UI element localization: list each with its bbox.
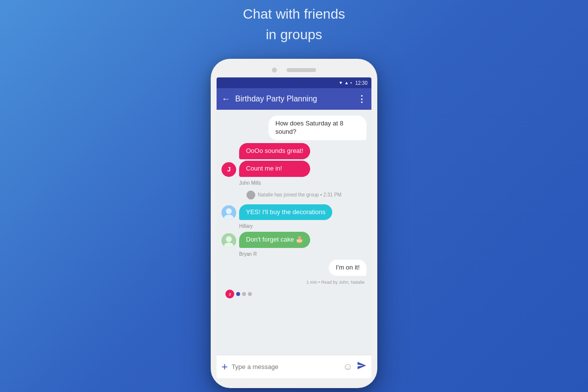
message-bubble: Count me in!	[239, 161, 310, 177]
avatar	[221, 205, 236, 220]
page-title-line2: in groups	[243, 24, 345, 45]
page-heading: Chat with friends in groups	[243, 4, 345, 45]
message-row: Don't forget cake 🎂	[221, 232, 367, 248]
join-avatar	[246, 191, 255, 199]
phone-screen: ▼ ▲ ▪ 12:30 ← Birthday Party Planning ⋮ …	[217, 77, 371, 378]
sender-name: Bryan R	[239, 251, 367, 257]
status-time: 12:30	[355, 80, 368, 86]
typing-dot	[236, 292, 240, 296]
sender-name: John Mills	[239, 180, 367, 186]
stacked-messages: YES! I'll buy the decorations	[239, 204, 332, 220]
message-bubble: I'm on it!	[329, 260, 367, 276]
message-text: OoOo sounds great!	[246, 147, 303, 154]
avatar	[221, 233, 236, 248]
typing-indicator: J	[221, 288, 367, 300]
add-button[interactable]: +	[221, 361, 228, 373]
join-notice: Natalie has joined the group • 2:31 PM	[221, 189, 367, 201]
message-text: YES! I'll buy the decorations	[246, 208, 325, 216]
message-text: I'm on it!	[336, 264, 360, 271]
svg-point-1	[248, 196, 254, 199]
message-bubble: YES! I'll buy the decorations	[239, 204, 332, 220]
message-row: YES! I'll buy the decorations	[221, 204, 367, 220]
typing-avatar: J	[225, 290, 234, 298]
battery-icon: ▪	[350, 80, 352, 85]
sender-name: Hillary	[239, 223, 367, 229]
svg-point-6	[226, 236, 232, 242]
phone-camera	[272, 68, 277, 73]
chat-title: Birthday Party Planning	[235, 95, 352, 103]
svg-point-3	[226, 208, 232, 214]
status-bar: ▼ ▲ ▪ 12:30	[217, 77, 371, 88]
wifi-icon: ▼	[339, 80, 343, 85]
read-receipt: 1 min • Read by John, Natalie	[221, 280, 365, 285]
typing-dot	[248, 292, 252, 296]
message-text: Count me in!	[246, 165, 282, 172]
message-bubble: Don't forget cake 🎂	[239, 232, 310, 248]
message-text: How does Saturday at 8 sound?	[275, 120, 343, 135]
svg-point-0	[249, 192, 253, 196]
status-icons: ▼ ▲ ▪	[339, 80, 352, 85]
message-row: J OoOo sounds great! Count me in!	[221, 143, 367, 177]
stacked-messages: OoOo sounds great! Count me in!	[239, 143, 310, 177]
messages-area: How does Saturday at 8 sound? J OoOo sou…	[217, 110, 371, 355]
message-text: Don't forget cake 🎂	[246, 236, 303, 243]
message-bubble: OoOo sounds great!	[239, 143, 310, 159]
message-input[interactable]	[232, 363, 339, 370]
send-button[interactable]	[357, 361, 367, 373]
message-row: I'm on it!	[221, 260, 367, 276]
typing-dot	[242, 292, 246, 296]
back-button[interactable]: ←	[221, 94, 230, 104]
stacked-messages: Don't forget cake 🎂	[239, 232, 310, 248]
input-bar: + ☺	[217, 355, 371, 378]
page-title-line1: Chat with friends	[243, 4, 345, 24]
app-bar: ← Birthday Party Planning ⋮	[217, 88, 371, 110]
phone-hardware-top	[217, 68, 371, 73]
message-row: How does Saturday at 8 sound?	[221, 116, 367, 140]
phone-speaker	[287, 68, 316, 72]
emoji-button[interactable]: ☺	[343, 361, 353, 372]
avatar: J	[221, 162, 236, 177]
phone-mockup: ▼ ▲ ▪ 12:30 ← Birthday Party Planning ⋮ …	[211, 59, 377, 388]
signal-icon: ▲	[344, 80, 349, 85]
message-bubble: How does Saturday at 8 sound?	[269, 116, 367, 140]
more-options-button[interactable]: ⋮	[357, 94, 367, 104]
join-text: Natalie has joined the group • 2:31 PM	[258, 192, 342, 197]
